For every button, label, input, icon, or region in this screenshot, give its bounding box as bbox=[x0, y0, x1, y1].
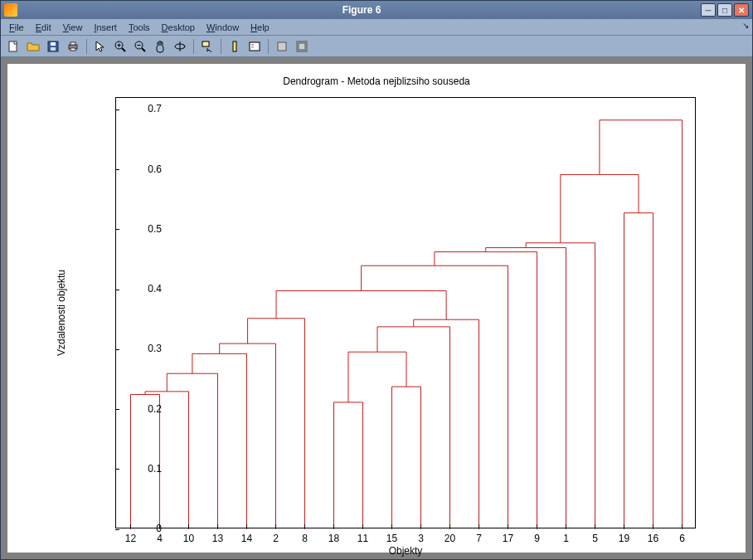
x-tick-label: 18 bbox=[328, 533, 339, 544]
menu-window[interactable]: Window bbox=[202, 21, 244, 34]
toolbar-separator bbox=[268, 39, 269, 54]
x-tick-mark bbox=[130, 524, 131, 528]
data-cursor-icon bbox=[201, 40, 214, 53]
menubar: File Edit View Insert Tools Desktop Wind… bbox=[1, 19, 752, 36]
x-tick-mark bbox=[537, 524, 537, 528]
save-button[interactable] bbox=[44, 37, 62, 56]
menu-collapse-icon[interactable]: ↘ bbox=[742, 21, 749, 30]
maximize-button[interactable]: □ bbox=[717, 3, 732, 17]
menu-tools[interactable]: Tools bbox=[124, 21, 155, 34]
x-tick-label: 9 bbox=[534, 533, 540, 544]
x-tick-mark bbox=[246, 524, 247, 528]
x-tick-label: 4 bbox=[157, 533, 163, 544]
menu-file[interactable]: File bbox=[4, 21, 29, 34]
y-tick-label: 0.4 bbox=[148, 283, 162, 295]
chart-title: Dendrogram - Metoda nejblizsiho souseda bbox=[7, 75, 746, 87]
colorbar-icon bbox=[228, 40, 241, 53]
y-tick-mark bbox=[115, 229, 119, 230]
floppy-disk-icon bbox=[46, 40, 60, 53]
hide-tools-button[interactable] bbox=[273, 37, 291, 56]
y-tick-label: 0.1 bbox=[148, 463, 162, 475]
svg-line-8 bbox=[122, 48, 125, 51]
axes[interactable]: 1241013142818111532071791519166 bbox=[115, 97, 696, 528]
data-cursor-button[interactable] bbox=[198, 37, 216, 56]
x-tick-mark bbox=[624, 524, 624, 528]
titlebar: Figure 6 ─ □ ✕ bbox=[1, 1, 752, 19]
zoom-out-button[interactable] bbox=[131, 37, 149, 56]
menu-desktop[interactable]: Desktop bbox=[157, 21, 200, 34]
x-tick-mark bbox=[391, 524, 392, 528]
toolbar bbox=[1, 36, 752, 57]
window-title: Figure 6 bbox=[22, 4, 701, 16]
y-tick-mark bbox=[115, 529, 119, 530]
zoom-in-button[interactable] bbox=[111, 37, 129, 56]
print-button[interactable] bbox=[64, 37, 82, 56]
x-tick-mark bbox=[653, 524, 653, 528]
legend-button[interactable] bbox=[245, 37, 264, 56]
x-tick-mark bbox=[188, 524, 189, 528]
x-tick-label: 19 bbox=[619, 533, 629, 544]
x-tick-mark bbox=[566, 524, 566, 528]
edit-plot-button[interactable] bbox=[91, 37, 109, 56]
x-tick-label: 11 bbox=[357, 533, 368, 544]
new-figure-button[interactable] bbox=[4, 37, 22, 56]
x-tick-label: 17 bbox=[503, 533, 513, 544]
x-tick-label: 1 bbox=[563, 533, 569, 544]
y-tick-label: 0 bbox=[156, 523, 162, 534]
svg-rect-0 bbox=[9, 41, 17, 51]
x-tick-label: 7 bbox=[476, 533, 482, 544]
svg-line-12 bbox=[142, 48, 145, 51]
pan-button[interactable] bbox=[151, 37, 169, 56]
menu-view[interactable]: View bbox=[58, 21, 88, 34]
x-tick-mark bbox=[420, 524, 421, 528]
rotate-icon bbox=[173, 40, 187, 53]
colorbar-button[interactable] bbox=[226, 37, 244, 56]
x-tick-label: 16 bbox=[648, 533, 658, 544]
svg-rect-3 bbox=[51, 47, 56, 51]
new-file-icon bbox=[7, 40, 20, 53]
printer-icon bbox=[66, 40, 80, 53]
x-tick-label: 10 bbox=[183, 533, 194, 544]
figure-canvas[interactable]: Dendrogram - Metoda nejblizsiho souseda … bbox=[7, 64, 746, 553]
menu-insert[interactable]: Insert bbox=[89, 21, 122, 34]
toolbar-separator bbox=[221, 39, 221, 54]
x-tick-mark bbox=[217, 524, 218, 528]
x-tick-mark bbox=[508, 524, 508, 528]
pointer-icon bbox=[94, 40, 107, 53]
y-tick-label: 0.3 bbox=[148, 343, 162, 354]
x-tick-label: 3 bbox=[418, 533, 424, 544]
x-tick-label: 20 bbox=[445, 533, 455, 544]
hand-icon bbox=[153, 40, 167, 53]
menu-help[interactable]: Help bbox=[245, 21, 274, 34]
y-axis-label: Vzdalenosti objektu bbox=[56, 270, 67, 356]
zoom-out-icon bbox=[134, 40, 147, 53]
y-tick-mark bbox=[115, 110, 119, 110]
figure-window: Figure 6 ─ □ ✕ File Edit View Insert Too… bbox=[0, 0, 753, 560]
x-axis-label: Objekty bbox=[389, 545, 423, 557]
legend-icon bbox=[248, 40, 261, 53]
x-tick-mark bbox=[682, 524, 683, 528]
svg-rect-15 bbox=[202, 41, 209, 46]
show-tools-icon bbox=[295, 40, 308, 53]
show-tools-button[interactable] bbox=[293, 37, 311, 56]
matlab-logo-icon bbox=[4, 3, 17, 17]
svg-rect-2 bbox=[51, 42, 56, 46]
menu-edit[interactable]: Edit bbox=[31, 21, 56, 34]
close-button[interactable]: ✕ bbox=[734, 3, 749, 17]
svg-rect-17 bbox=[250, 42, 260, 51]
toolbar-separator bbox=[86, 39, 87, 54]
toolbar-separator bbox=[193, 39, 194, 54]
x-tick-label: 13 bbox=[212, 533, 223, 544]
folder-open-icon bbox=[27, 40, 40, 53]
x-tick-mark bbox=[275, 524, 276, 528]
x-tick-label: 8 bbox=[302, 533, 308, 544]
x-tick-mark bbox=[362, 524, 363, 528]
open-button[interactable] bbox=[24, 37, 42, 56]
minimize-button[interactable]: ─ bbox=[701, 3, 716, 17]
x-tick-label: 5 bbox=[592, 533, 598, 544]
canvas-area: Dendrogram - Metoda nejblizsiho souseda … bbox=[1, 57, 752, 559]
x-tick-label: 12 bbox=[125, 533, 136, 544]
rotate-3d-button[interactable] bbox=[171, 37, 189, 56]
x-tick-mark bbox=[479, 524, 479, 528]
y-tick-mark bbox=[115, 169, 119, 170]
